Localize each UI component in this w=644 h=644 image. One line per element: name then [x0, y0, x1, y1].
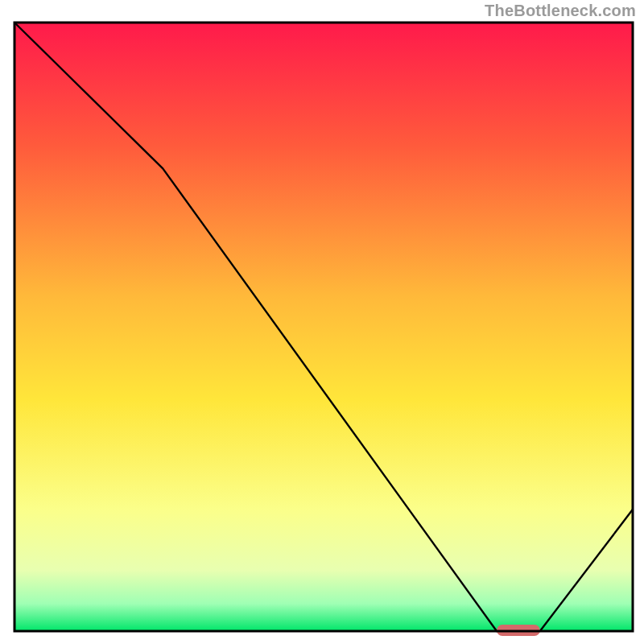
- bottleneck-chart: [0, 0, 644, 644]
- chart-root: TheBottleneck.com: [0, 0, 644, 644]
- watermark-label: TheBottleneck.com: [485, 2, 636, 20]
